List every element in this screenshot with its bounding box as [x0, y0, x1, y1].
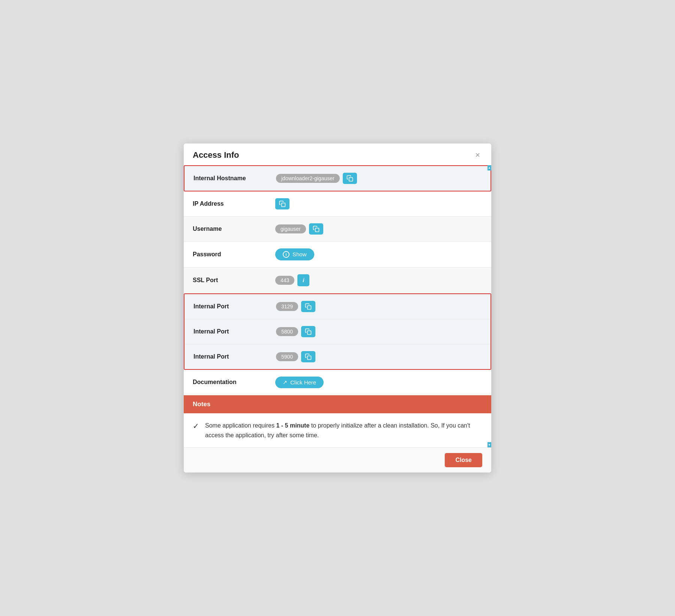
modal-header: Access Info × [184, 144, 491, 165]
value-password: i Show [275, 248, 482, 260]
label-documentation: Documentation [193, 379, 275, 386]
documentation-click-here-button[interactable]: ↗ Click Here [275, 377, 324, 388]
copy-icon [305, 303, 312, 310]
badge-port-3129: 3129 [276, 302, 298, 311]
close-icon-button[interactable]: × [473, 150, 482, 160]
value-port-5900: 5900 [276, 351, 482, 362]
copy-port-5900-button[interactable] [301, 351, 315, 362]
copy-icon [346, 175, 353, 182]
svg-rect-2 [315, 228, 319, 232]
copy-icon [305, 328, 312, 335]
copy-port-5800-button[interactable] [301, 326, 315, 337]
row-password: Password i Show [184, 242, 491, 268]
row-ssl-port: SSL Port 443 i [184, 268, 491, 293]
value-internal-hostname: jdownloader2-gigauser [276, 173, 482, 184]
copy-icon [305, 353, 312, 360]
svg-rect-4 [308, 331, 311, 335]
label-ssl-port: SSL Port [193, 277, 275, 284]
copy-icon [313, 226, 320, 232]
svg-rect-0 [349, 178, 352, 181]
note-text: Some application requires 1 - 5 minute t… [205, 421, 482, 440]
row-username: Username gigauser [184, 217, 491, 242]
badge-port-5900: 5900 [276, 352, 298, 361]
show-password-label: Show [292, 251, 307, 257]
footer-close-button[interactable]: Close [445, 453, 482, 467]
copy-port-3129-button[interactable] [301, 301, 315, 312]
notes-body: ✓ Some application requires 1 - 5 minute… [184, 413, 491, 447]
value-port-5800: 5800 [276, 326, 482, 337]
access-info-modal: Access Info × ▲ Internal Hostname jdownl… [184, 144, 491, 472]
row-port-3129: Internal Port 3129 [184, 294, 490, 319]
svg-rect-1 [282, 203, 285, 207]
badge-port-5800: 5800 [276, 327, 298, 336]
notes-header: Notes [184, 395, 491, 413]
svg-rect-3 [308, 306, 311, 309]
info-ssl-port-button[interactable]: i [297, 274, 309, 286]
label-port-3129: Internal Port [194, 303, 276, 310]
copy-icon [279, 200, 286, 207]
badge-hostname: jdownloader2-gigauser [276, 174, 340, 183]
click-here-label: Click Here [290, 379, 316, 386]
scroll-arrow-bottom: ▼ [488, 442, 491, 447]
modal-footer: Close [184, 447, 491, 472]
note-item: ✓ Some application requires 1 - 5 minute… [193, 421, 482, 440]
row-internal-hostname: Internal Hostname jdownloader2-gigauser [184, 165, 491, 191]
show-info-icon: i [283, 251, 290, 258]
label-internal-hostname: Internal Hostname [194, 175, 276, 182]
row-port-5900: Internal Port 5900 [184, 344, 490, 369]
badge-ssl-port: 443 [275, 276, 294, 285]
notes-section: Notes ✓ Some application requires 1 - 5 … [184, 395, 491, 447]
info-icon: i [303, 277, 304, 283]
internal-ports-group: Internal Port 3129 Internal Port [184, 293, 491, 370]
label-username: Username [193, 226, 275, 232]
info-rows: Internal Hostname jdownloader2-gigauser … [184, 165, 491, 395]
label-port-5800: Internal Port [194, 328, 276, 335]
copy-hostname-button[interactable] [343, 173, 357, 184]
row-port-5800: Internal Port 5800 [184, 319, 490, 344]
external-link-icon: ↗ [283, 379, 287, 385]
row-ip-address: IP Address [184, 191, 491, 217]
badge-username: gigauser [275, 224, 306, 233]
value-ssl-port: 443 i [275, 274, 482, 286]
copy-ip-button[interactable] [275, 198, 290, 209]
modal-body: ▲ Internal Hostname jdownloader2-gigause… [184, 165, 491, 447]
value-username: gigauser [275, 223, 482, 235]
svg-rect-5 [308, 356, 311, 360]
copy-username-button[interactable] [309, 223, 323, 235]
value-port-3129: 3129 [276, 301, 482, 312]
value-documentation: ↗ Click Here [275, 377, 482, 388]
label-port-5900: Internal Port [194, 353, 276, 360]
label-password: Password [193, 251, 275, 258]
value-ip-address [275, 198, 482, 209]
scroll-arrow-top: ▲ [488, 165, 491, 170]
label-ip-address: IP Address [193, 200, 275, 207]
row-documentation: Documentation ↗ Click Here [184, 370, 491, 395]
check-icon: ✓ [193, 422, 199, 431]
show-password-button[interactable]: i Show [275, 248, 314, 260]
modal-title: Access Info [193, 150, 239, 160]
